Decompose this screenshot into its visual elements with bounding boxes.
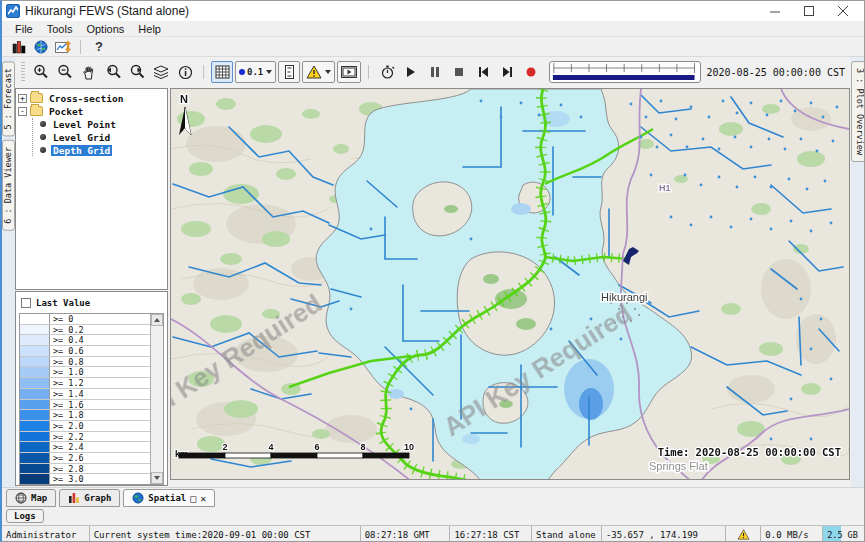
step-back-button[interactable] bbox=[472, 61, 494, 83]
timer-icon[interactable] bbox=[376, 61, 398, 83]
animation-button[interactable] bbox=[337, 61, 361, 83]
stop-button[interactable] bbox=[448, 61, 470, 83]
collapse-icon[interactable]: - bbox=[18, 107, 27, 116]
legend-color-swatch bbox=[20, 325, 50, 335]
toolbar-grip[interactable] bbox=[21, 62, 25, 82]
layers-icon[interactable] bbox=[150, 61, 172, 83]
legend-row[interactable]: >= 2.0 bbox=[20, 421, 150, 432]
contour-interval-dropdown[interactable]: 0.1 bbox=[235, 61, 276, 83]
close-button[interactable] bbox=[826, 2, 860, 20]
legend-color-swatch bbox=[20, 464, 50, 474]
tab-graph[interactable]: Graph bbox=[59, 489, 120, 507]
legend-row[interactable]: >= 1.2 bbox=[20, 378, 150, 389]
legend-color-swatch bbox=[20, 346, 50, 356]
grid-layer-button[interactable] bbox=[211, 61, 233, 83]
legend-color-swatch bbox=[20, 432, 50, 442]
play-button[interactable] bbox=[400, 61, 422, 83]
legend-row[interactable]: >= 2.2 bbox=[20, 432, 150, 443]
view-tab-bar: Map Graph Spatial □ ✕ bbox=[2, 487, 864, 507]
logs-button[interactable]: Logs bbox=[6, 509, 44, 523]
database-icon[interactable] bbox=[8, 38, 30, 56]
legend-row[interactable]: >= 0.8 bbox=[20, 357, 150, 368]
legend-color-swatch bbox=[20, 442, 50, 452]
legend-row[interactable]: >= 1.8 bbox=[20, 410, 150, 421]
legend-color-swatch bbox=[20, 378, 50, 388]
status-warning-icon[interactable] bbox=[726, 526, 761, 542]
legend-color-swatch bbox=[20, 421, 50, 431]
menu-file[interactable]: File bbox=[8, 23, 40, 35]
status-bar: Administrator Current system time:2020-0… bbox=[2, 525, 864, 542]
legend-label: >= 2.8 bbox=[50, 464, 87, 474]
timeseries-chart-icon[interactable] bbox=[52, 38, 74, 56]
tree-item-label-selected[interactable]: Depth Grid bbox=[51, 145, 112, 156]
tree-item-pocket[interactable]: - Pocket bbox=[18, 105, 165, 117]
legend-row[interactable]: >= 1.4 bbox=[20, 389, 150, 400]
zoom-previous-icon[interactable] bbox=[102, 61, 124, 83]
tab-map[interactable]: Map bbox=[6, 489, 56, 507]
legend-row[interactable]: >= 2.4 bbox=[20, 442, 150, 453]
globe-icon[interactable] bbox=[30, 38, 52, 56]
legend-row[interactable]: >= 3.0 bbox=[20, 474, 150, 484]
tab-spatial[interactable]: Spatial □ ✕ bbox=[123, 489, 215, 507]
legend-row[interactable]: >= 0.2 bbox=[20, 325, 150, 336]
last-value-option[interactable]: Last Value bbox=[19, 295, 164, 311]
menu-options[interactable]: Options bbox=[79, 23, 131, 35]
menu-tools[interactable]: Tools bbox=[40, 23, 80, 35]
node-bullet-icon bbox=[40, 147, 46, 153]
tree-item-level-grid[interactable]: Level Grid bbox=[37, 131, 165, 143]
minimize-button[interactable] bbox=[758, 2, 792, 20]
scroll-down-icon[interactable] bbox=[151, 472, 163, 484]
town-label: Hikurangi bbox=[601, 291, 647, 303]
svg-text:4: 4 bbox=[268, 442, 273, 452]
tab-map-label: Map bbox=[31, 493, 47, 503]
tree-item-cross-section[interactable]: + Cross-section bbox=[18, 92, 165, 104]
step-forward-button[interactable] bbox=[496, 61, 518, 83]
legend-row[interactable]: >= 0 bbox=[20, 314, 150, 325]
right-tab-strip: 3 : Plot Overview bbox=[851, 57, 865, 487]
time-slider[interactable] bbox=[549, 61, 700, 83]
legend-label: >= 2.2 bbox=[50, 432, 87, 442]
tab-close-icon[interactable]: ✕ bbox=[200, 493, 206, 504]
legend-row[interactable]: >= 2.8 bbox=[20, 464, 150, 475]
window-title: Hikurangi FEWS (Stand alone) bbox=[25, 4, 189, 18]
tree-item-label[interactable]: Level Grid bbox=[51, 132, 112, 143]
legend-row[interactable]: >= 0.6 bbox=[20, 346, 150, 357]
zoom-next-icon[interactable] bbox=[126, 61, 148, 83]
info-icon[interactable] bbox=[174, 61, 196, 83]
legend-row[interactable]: >= 2.6 bbox=[20, 453, 150, 464]
tree-item-label[interactable]: Level Point bbox=[51, 119, 118, 130]
tab-float-icon[interactable]: □ bbox=[190, 493, 196, 504]
svg-text:2: 2 bbox=[222, 442, 227, 452]
zoom-out-icon[interactable] bbox=[54, 61, 76, 83]
zoom-in-icon[interactable] bbox=[30, 61, 52, 83]
pause-button[interactable] bbox=[424, 61, 446, 83]
tab-plot-overview[interactable]: 3 : Plot Overview bbox=[851, 61, 865, 162]
elevation-scale-button[interactable] bbox=[278, 61, 300, 83]
tree-item-depth-grid[interactable]: Depth Grid bbox=[37, 144, 165, 156]
folder-icon bbox=[30, 93, 43, 103]
legend-row[interactable]: >= 1.0 bbox=[20, 367, 150, 378]
pan-hand-icon[interactable] bbox=[78, 61, 100, 83]
chevron-down-icon bbox=[266, 70, 272, 74]
left-tab-strip: 5 : Forecast 6 : Data Viewer bbox=[2, 57, 15, 487]
tab-data-viewer[interactable]: 6 : Data Viewer bbox=[2, 140, 15, 231]
legend-scrollbar[interactable] bbox=[150, 314, 163, 484]
record-button[interactable] bbox=[520, 61, 542, 83]
warning-layer-dropdown[interactable] bbox=[302, 61, 335, 83]
tab-forecast[interactable]: 5 : Forecast bbox=[2, 61, 15, 136]
maximize-button[interactable] bbox=[792, 2, 826, 20]
legend-row[interactable]: >= 1.6 bbox=[20, 400, 150, 411]
scroll-up-icon[interactable] bbox=[151, 314, 163, 326]
legend-label: >= 1.2 bbox=[50, 378, 87, 388]
tree-item-label[interactable]: Pocket bbox=[47, 106, 85, 117]
tree-item-label[interactable]: Cross-section bbox=[47, 93, 125, 104]
svg-text:8: 8 bbox=[360, 442, 365, 452]
map-viewport[interactable]: API Key Required API Key Required Hikura… bbox=[170, 88, 850, 480]
legend-color-swatch bbox=[20, 314, 50, 324]
help-button[interactable]: ? bbox=[87, 39, 111, 54]
expand-icon[interactable]: + bbox=[18, 94, 27, 103]
legend-row[interactable]: >= 0.4 bbox=[20, 335, 150, 346]
tree-item-level-point[interactable]: Level Point bbox=[37, 118, 165, 130]
menu-help[interactable]: Help bbox=[131, 23, 168, 35]
last-value-checkbox[interactable] bbox=[21, 298, 31, 308]
